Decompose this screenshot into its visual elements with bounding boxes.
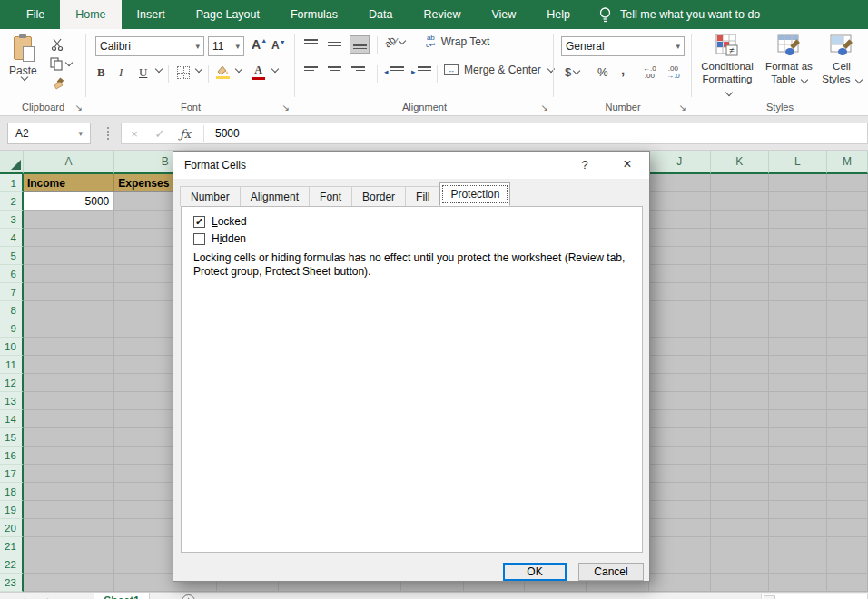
cell-a18[interactable] bbox=[24, 483, 114, 501]
cell-a14[interactable] bbox=[24, 410, 114, 428]
cell-j17[interactable] bbox=[649, 465, 712, 483]
row-header-8[interactable]: 8 bbox=[0, 301, 24, 319]
cell-l22[interactable] bbox=[769, 555, 828, 574]
locked-checkbox[interactable]: ✓ bbox=[193, 216, 205, 228]
number-dialog-launcher[interactable]: ↘ bbox=[679, 103, 686, 113]
name-box[interactable]: A2 ▾ bbox=[7, 123, 91, 144]
cell-m5[interactable] bbox=[827, 247, 868, 265]
cell-j7[interactable] bbox=[649, 283, 712, 301]
bold-button[interactable]: B bbox=[97, 65, 105, 80]
cell-m12[interactable] bbox=[827, 374, 868, 392]
fill-color-dropdown[interactable] bbox=[233, 69, 242, 72]
cell-j11[interactable] bbox=[649, 356, 712, 374]
cell-a19[interactable] bbox=[24, 501, 114, 519]
conditional-formatting-button[interactable]: ≠ Conditional Formatting bbox=[697, 33, 757, 98]
cell-k22[interactable] bbox=[711, 555, 769, 574]
row-header-12[interactable]: 12 bbox=[0, 374, 24, 392]
cell-j9[interactable] bbox=[649, 319, 712, 338]
row-header-16[interactable]: 16 bbox=[0, 447, 24, 465]
decrease-decimal-button[interactable]: .00→.0 bbox=[666, 65, 680, 80]
copy-button[interactable] bbox=[49, 56, 72, 71]
ribbon-tab-help[interactable]: Help bbox=[531, 0, 586, 29]
percent-style-button[interactable]: % bbox=[597, 65, 608, 79]
cell-l1[interactable] bbox=[769, 174, 828, 192]
dialog-tab-border[interactable]: Border bbox=[351, 186, 406, 206]
dialog-tab-alignment[interactable]: Alignment bbox=[240, 186, 310, 206]
cell-l5[interactable] bbox=[769, 247, 828, 265]
cell-l13[interactable] bbox=[769, 392, 828, 410]
horizontal-scrollbar[interactable]: ◄ bbox=[761, 594, 868, 599]
cell-j13[interactable] bbox=[649, 392, 712, 410]
cell-a17[interactable] bbox=[24, 465, 114, 483]
cell-l3[interactable] bbox=[769, 211, 828, 229]
cell-m23[interactable] bbox=[827, 574, 868, 592]
ribbon-tab-insert[interactable]: Insert bbox=[122, 0, 181, 29]
row-header-2[interactable]: 2 bbox=[0, 192, 24, 211]
cell-m6[interactable] bbox=[827, 265, 868, 283]
cell-m2[interactable] bbox=[827, 192, 868, 211]
cell-l12[interactable] bbox=[769, 374, 828, 392]
cell-m14[interactable] bbox=[827, 410, 868, 428]
dialog-tab-font[interactable]: Font bbox=[309, 186, 352, 206]
row-header-9[interactable]: 9 bbox=[0, 319, 24, 338]
select-all-corner[interactable] bbox=[0, 151, 24, 174]
cell-k4[interactable] bbox=[711, 229, 769, 247]
cell-k19[interactable] bbox=[711, 501, 769, 519]
row-header-1[interactable]: 1 bbox=[0, 174, 24, 192]
cell-k23[interactable] bbox=[711, 574, 769, 592]
align-bottom-button[interactable] bbox=[350, 35, 370, 54]
cell-j16[interactable] bbox=[649, 447, 712, 465]
cell-l8[interactable] bbox=[769, 301, 828, 319]
cell-j8[interactable] bbox=[649, 301, 712, 319]
dialog-tab-fill[interactable]: Fill bbox=[405, 186, 440, 206]
row-header-7[interactable]: 7 bbox=[0, 283, 24, 301]
paste-button[interactable]: Paste bbox=[9, 36, 37, 80]
insert-function-button[interactable]: ƒx bbox=[173, 127, 198, 141]
cell-m7[interactable] bbox=[827, 283, 868, 301]
align-top-button[interactable] bbox=[304, 38, 318, 50]
align-left-button[interactable] bbox=[304, 65, 318, 77]
cell-j18[interactable] bbox=[649, 483, 712, 501]
cell-l19[interactable] bbox=[769, 501, 828, 519]
cell-j3[interactable] bbox=[649, 211, 712, 229]
cell-k2[interactable] bbox=[711, 192, 769, 211]
cell-m20[interactable] bbox=[827, 519, 868, 537]
orientation-button[interactable]: ab ⁄ bbox=[384, 36, 405, 47]
cell-l17[interactable] bbox=[769, 465, 828, 483]
align-right-button[interactable] bbox=[351, 65, 365, 77]
row-header-17[interactable]: 17 bbox=[0, 465, 24, 483]
cell-a12[interactable] bbox=[24, 374, 114, 392]
cell-a2[interactable]: 5000 bbox=[24, 192, 114, 211]
increase-decimal-button[interactable]: ←.0.00 bbox=[643, 65, 656, 80]
clipboard-dialog-launcher[interactable]: ↘ bbox=[75, 103, 83, 113]
formula-bar[interactable]: × ✓ ƒx 5000 bbox=[121, 123, 868, 144]
cell-j20[interactable] bbox=[649, 519, 712, 537]
underline-button[interactable]: U bbox=[139, 65, 147, 80]
cell-l2[interactable] bbox=[769, 192, 828, 211]
cell-m8[interactable] bbox=[827, 301, 868, 319]
row-header-5[interactable]: 5 bbox=[0, 247, 24, 265]
cell-a15[interactable] bbox=[24, 428, 114, 447]
cell-l10[interactable] bbox=[769, 338, 828, 356]
cancel-button[interactable]: Cancel bbox=[578, 563, 644, 581]
next-sheet-button[interactable]: ► bbox=[45, 595, 54, 599]
cell-j23[interactable] bbox=[649, 574, 712, 592]
cell-a23[interactable] bbox=[24, 574, 114, 592]
ribbon-tab-data[interactable]: Data bbox=[353, 0, 408, 29]
cell-m13[interactable] bbox=[827, 392, 868, 410]
column-header-k[interactable]: K bbox=[711, 151, 769, 174]
cell-l6[interactable] bbox=[769, 265, 828, 283]
cell-m21[interactable] bbox=[827, 537, 868, 555]
number-format-combobox[interactable]: General▾ bbox=[561, 36, 685, 56]
cell-k10[interactable] bbox=[711, 338, 769, 356]
cell-j19[interactable] bbox=[649, 501, 712, 519]
cut-button[interactable] bbox=[50, 37, 64, 52]
ok-button[interactable]: OK bbox=[503, 563, 567, 581]
column-header-j[interactable]: J bbox=[649, 151, 712, 174]
cell-k17[interactable] bbox=[711, 465, 769, 483]
cell-a10[interactable] bbox=[24, 338, 114, 356]
cell-a8[interactable] bbox=[24, 301, 114, 319]
cell-j15[interactable] bbox=[649, 428, 712, 447]
fill-color-button[interactable] bbox=[215, 65, 230, 79]
prev-sheet-button[interactable]: ◄ bbox=[18, 595, 27, 599]
